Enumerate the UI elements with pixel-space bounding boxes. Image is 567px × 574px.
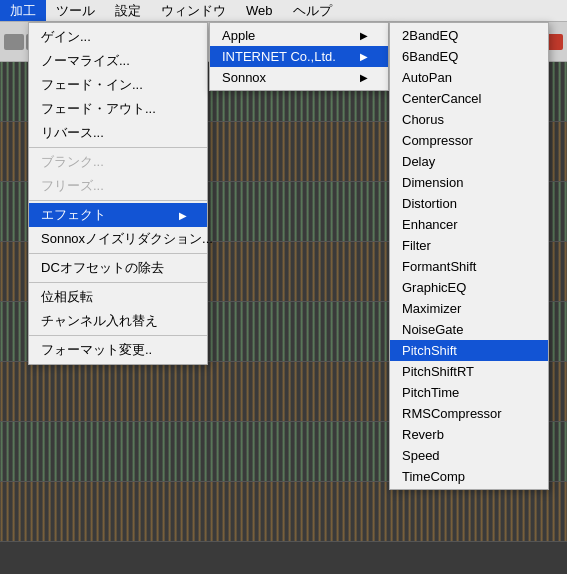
internet-arrow-icon: ▶ (360, 51, 368, 62)
menu-sonnox[interactable]: Sonnoxノイズリダクション... (29, 227, 207, 251)
effect-enhancer[interactable]: Enhancer (390, 214, 548, 235)
separator-2 (29, 200, 207, 201)
dropdown-加工: ゲイン... ノーマライズ... フェード・イン... フェード・アウト... … (28, 22, 208, 365)
menu-item-help[interactable]: ヘルプ (283, 0, 342, 21)
effect-compressor[interactable]: Compressor (390, 130, 548, 151)
menu-エフェクト-label: エフェクト (41, 206, 106, 224)
waveform-8 (0, 482, 567, 541)
separator-3 (29, 253, 207, 254)
effect-centercancel[interactable]: CenterCancel (390, 88, 548, 109)
menu-位相反転[interactable]: 位相反転 (29, 285, 207, 309)
effect-pitchtime[interactable]: PitchTime (390, 382, 548, 403)
arrow-icon: ▶ (179, 210, 187, 221)
effect-distortion[interactable]: Distortion (390, 193, 548, 214)
menu-ノーマライズ[interactable]: ノーマライズ... (29, 49, 207, 73)
effect-noisegate[interactable]: NoiseGate (390, 319, 548, 340)
effect-delay[interactable]: Delay (390, 151, 548, 172)
separator-4 (29, 282, 207, 283)
menu-フェードアウト[interactable]: フェード・アウト... (29, 97, 207, 121)
menu-ゲイン[interactable]: ゲイン... (29, 25, 207, 49)
effect-rmscompressor[interactable]: RMSCompressor (390, 403, 548, 424)
effect-2bandeq[interactable]: 2BandEQ (390, 25, 548, 46)
sonnox-arrow-icon: ▶ (360, 72, 368, 83)
menu-リバース[interactable]: リバース... (29, 121, 207, 145)
effect-chorus[interactable]: Chorus (390, 109, 548, 130)
effect-pitchshiftrt[interactable]: PitchShiftRT (390, 361, 548, 382)
submenu-sonnox[interactable]: Sonnox ▶ (210, 67, 388, 88)
effect-pitchshift[interactable]: PitchShift (390, 340, 548, 361)
menu-エフェクト[interactable]: エフェクト ▶ (29, 203, 207, 227)
submenu-effect: Apple ▶ INTERNET Co.,Ltd. ▶ Sonnox ▶ (209, 22, 389, 91)
effect-autopan[interactable]: AutoPan (390, 67, 548, 88)
menu-item-設定[interactable]: 設定 (105, 0, 151, 21)
effect-maximizer[interactable]: Maximizer (390, 298, 548, 319)
submenu-internet-list: 2BandEQ 6BandEQ AutoPan CenterCancel Cho… (389, 22, 549, 490)
menu-dc[interactable]: DCオフセットの除去 (29, 256, 207, 280)
menu-bar: 加工 ツール 設定 ウィンドウ Web ヘルプ (0, 0, 567, 22)
effect-6bandeq[interactable]: 6BandEQ (390, 46, 548, 67)
effect-graphiceq[interactable]: GraphicEQ (390, 277, 548, 298)
separator-1 (29, 147, 207, 148)
menu-item-web[interactable]: Web (236, 0, 283, 21)
effect-reverb[interactable]: Reverb (390, 424, 548, 445)
menu-フェードイン[interactable]: フェード・イン... (29, 73, 207, 97)
toolbar-button-1[interactable] (4, 34, 24, 50)
effect-dimension[interactable]: Dimension (390, 172, 548, 193)
menu-item-ウィンドウ[interactable]: ウィンドウ (151, 0, 236, 21)
menu-item-加工[interactable]: 加工 (0, 0, 46, 21)
submenu-apple[interactable]: Apple ▶ (210, 25, 388, 46)
menu-item-ツール[interactable]: ツール (46, 0, 105, 21)
effect-speed[interactable]: Speed (390, 445, 548, 466)
effect-timecomp[interactable]: TimeComp (390, 466, 548, 487)
apple-label: Apple (222, 28, 255, 43)
internet-label: INTERNET Co.,Ltd. (222, 49, 336, 64)
sonnox-label: Sonnox (222, 70, 266, 85)
menu-フリーズ: フリーズ... (29, 174, 207, 198)
menu-チャンネル[interactable]: チャンネル入れ替え (29, 309, 207, 333)
menu-ブランク: ブランク... (29, 150, 207, 174)
menu-フォーマット[interactable]: フォーマット変更.. (29, 338, 207, 362)
track-row-8 (0, 482, 567, 542)
apple-arrow-icon: ▶ (360, 30, 368, 41)
separator-5 (29, 335, 207, 336)
submenu-internet[interactable]: INTERNET Co.,Ltd. ▶ (210, 46, 388, 67)
effect-formantshift[interactable]: FormantShift (390, 256, 548, 277)
effect-filter[interactable]: Filter (390, 235, 548, 256)
